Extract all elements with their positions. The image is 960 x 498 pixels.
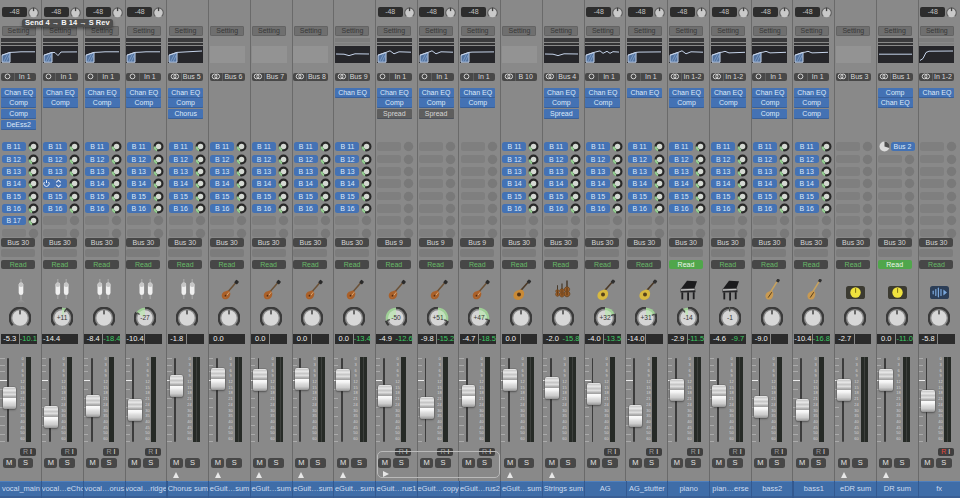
svg-text:+32: +32 (599, 314, 611, 321)
svg-text:+11: +11 (57, 314, 68, 321)
svg-text:-27: -27 (141, 314, 151, 321)
svg-text:-14: -14 (683, 314, 693, 321)
svg-text:-1: -1 (727, 314, 733, 321)
svg-text:+47: +47 (474, 314, 486, 321)
svg-text:+51: +51 (432, 314, 444, 321)
svg-text:+31: +31 (641, 314, 653, 321)
svg-text:-50: -50 (391, 314, 401, 321)
